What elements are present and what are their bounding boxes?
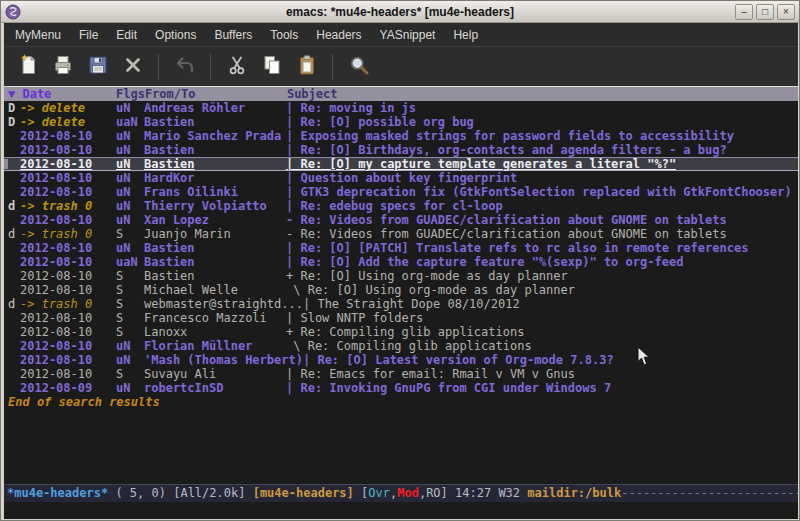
row-date: -> trash 0: [20, 199, 116, 213]
row-from: Bastien: [144, 143, 286, 157]
message-row[interactable]: 2012-08-10uNFlorian Müllner \ Re: Compil…: [4, 339, 798, 353]
row-date: -> delete: [20, 115, 116, 129]
row-mark: [4, 381, 20, 395]
row-flags: uN: [116, 143, 144, 157]
row-date: 2012-08-10: [20, 353, 116, 367]
message-row[interactable]: 2012-08-10uNBastien| Re: [O] [PATCH] Tra…: [4, 241, 798, 255]
message-row[interactable]: 2012-08-10SSuvayu Ali| Re: Emacs for ema…: [4, 367, 798, 381]
copy-button[interactable]: [254, 50, 289, 84]
menu-mymenu[interactable]: MyMenu: [6, 25, 70, 45]
row-flags: uN: [116, 171, 144, 185]
row-from: robertcInSD: [144, 381, 286, 395]
menu-yasnippet[interactable]: YASnippet: [371, 25, 445, 45]
cut-button[interactable]: [219, 50, 254, 84]
row-from: Bastien: [144, 269, 286, 283]
row-flags: S: [116, 311, 144, 325]
message-row[interactable]: 2012-08-10uNXan Lopez- Re: Videos from G…: [4, 213, 798, 227]
message-row[interactable]: 2012-08-10uNBastien| Re: [O] my capture …: [4, 157, 798, 171]
menu-tools[interactable]: Tools: [261, 25, 307, 45]
window-controls: –□×: [735, 4, 795, 20]
message-row[interactable]: 2012-08-10uNHardKor| Question about key …: [4, 171, 798, 185]
message-row[interactable]: d-> trash 0uNThierry Volpiatto| Re: edeb…: [4, 199, 798, 213]
message-row[interactable]: d-> trash 0SJuanjo Marin- Re: Videos fro…: [4, 227, 798, 241]
row-mark: D: [4, 115, 20, 129]
column-header-subject[interactable]: Subject: [287, 87, 798, 101]
row-flags: uN: [116, 213, 144, 227]
message-row[interactable]: D-> deleteuNAndreas Röhler| Re: moving i…: [4, 101, 798, 115]
row-date: 2012-08-10: [20, 283, 116, 297]
row-mark: [4, 143, 20, 157]
row-mark: [4, 255, 20, 269]
column-header-date[interactable]: ▼ Date: [4, 87, 116, 101]
cut-icon: [225, 53, 249, 81]
message-row[interactable]: 2012-08-10SFrancesco Mazzoli| Slow NNTP …: [4, 311, 798, 325]
row-from: HardKor: [144, 171, 286, 185]
row-date: 2012-08-10: [20, 129, 116, 143]
column-header-flags[interactable]: Flgs: [116, 87, 145, 101]
message-row[interactable]: 2012-08-10uNFrans Oilinki| GTK3 deprecat…: [4, 185, 798, 199]
row-mark: [4, 269, 20, 283]
close-buffer-icon: [121, 53, 145, 81]
row-mark: [4, 339, 20, 353]
message-row[interactable]: d-> trash 0Swebmaster@straightd...| The …: [4, 297, 798, 311]
message-row[interactable]: D-> deleteuaNBastien| Re: [O] possible o…: [4, 115, 798, 129]
modeline-segment: ]: [441, 486, 455, 500]
message-row[interactable]: 2012-08-09uNrobertcInSD| Re: Invoking Gn…: [4, 381, 798, 395]
row-subject: | GTK3 deprecation fix (GtkFontSelection…: [286, 185, 798, 199]
row-flags: uN: [116, 129, 144, 143]
row-date: 2012-08-10: [20, 269, 116, 283]
menu-buffers[interactable]: Buffers: [205, 25, 261, 45]
row-from: Mario Sanchez Prada: [144, 129, 286, 143]
row-from: Bastien: [144, 255, 286, 269]
message-row[interactable]: 2012-08-10SLanoxx+ Re: Compiling glib ap…: [4, 325, 798, 339]
modeline-segment: 14:27 W32: [455, 486, 527, 500]
message-row[interactable]: 2012-08-10uNBastien| Re: [O] Birthdays, …: [4, 143, 798, 157]
row-mark: d: [4, 199, 20, 213]
row-date: -> delete: [20, 101, 116, 115]
row-date: 2012-08-10: [20, 367, 116, 381]
row-flags: uN: [116, 199, 144, 213]
save-button[interactable]: [80, 50, 115, 84]
row-date: 2012-08-10: [20, 171, 116, 185]
new-file-button[interactable]: [10, 50, 45, 84]
close-button[interactable]: ×: [777, 4, 795, 20]
row-flags: uN: [116, 353, 144, 367]
row-date: 2012-08-10: [20, 157, 116, 171]
row-subject: \ Re: [O] Using org-mode as day planner: [286, 283, 798, 297]
row-mark: [4, 367, 20, 381]
row-date: -> trash 0: [20, 227, 116, 241]
print-icon: [51, 53, 75, 81]
row-from: Francesco Mazzoli: [144, 311, 286, 325]
minimize-button[interactable]: –: [735, 4, 753, 20]
row-date: 2012-08-09: [20, 381, 116, 395]
close-buffer-button[interactable]: [115, 50, 150, 84]
undo-button: [167, 50, 202, 84]
paste-button[interactable]: [289, 50, 324, 84]
minibuffer[interactable]: [4, 502, 798, 519]
row-flags: uN: [116, 241, 144, 255]
menu-help[interactable]: Help: [444, 25, 487, 45]
message-row[interactable]: 2012-08-10uaNBastien| Re: [O] Add the ca…: [4, 255, 798, 269]
search-button[interactable]: [341, 50, 376, 84]
row-subject: | Re: [O] Birthdays, org-contacts and ag…: [286, 143, 798, 157]
modeline-segment: ( 5, 0): [108, 486, 173, 500]
menu-file[interactable]: File: [70, 25, 107, 45]
maximize-button[interactable]: □: [756, 4, 774, 20]
row-subject: | Re: edebug specs for cl-loop: [286, 199, 798, 213]
row-flags: uN: [116, 101, 144, 115]
menu-edit[interactable]: Edit: [107, 25, 146, 45]
column-header-from[interactable]: From/To: [145, 87, 287, 101]
row-subject: | Re: Emacs for email: Rmail v VM v Gnus: [286, 367, 798, 381]
message-row[interactable]: 2012-08-10uN'Mash (Thomas Herbert)| Re: …: [4, 353, 798, 367]
menu-options[interactable]: Options: [146, 25, 205, 45]
mode-line: *mu4e-headers* ( 5, 0) [All/2.0k] [mu4e-…: [4, 484, 798, 502]
menu-bar: MyMenuFileEditOptionsBuffersToolsHeaders…: [4, 23, 798, 46]
row-subject: | Re: [O] Latest version of Org-mode 7.8…: [303, 353, 798, 367]
message-row[interactable]: 2012-08-10uNMario Sanchez Prada| Exposin…: [4, 129, 798, 143]
print-button[interactable]: [45, 50, 80, 84]
mouse-cursor: [637, 346, 651, 367]
message-row[interactable]: 2012-08-10SMichael Welle \ Re: [O] Using…: [4, 283, 798, 297]
message-row[interactable]: 2012-08-10SBastien+ Re: [O] Using org-mo…: [4, 269, 798, 283]
menu-headers[interactable]: Headers: [307, 25, 370, 45]
new-file-icon: [16, 53, 40, 81]
